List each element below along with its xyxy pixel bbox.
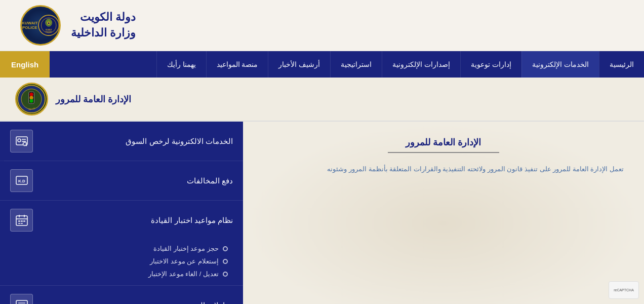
nav-item-archive[interactable]: أرشيف الأخبار [268, 51, 330, 78]
svg-rect-31 [21, 223, 23, 224]
traffic-dept-logo: المرور [15, 83, 48, 116]
calendar-icon-box [10, 209, 33, 232]
article-title: الإدارة العامة للمرور [263, 137, 624, 148]
nav-item-awareness[interactable]: إدارات توعوية [460, 51, 521, 78]
article-text: تعمل الإدارة العامة للمرور على تنفيذ قان… [279, 163, 624, 175]
kd-icon-box: K.D [10, 169, 33, 192]
sidebar-item-licenses[interactable]: الخدمات الالكترونية لرخص السوق [0, 122, 243, 161]
sub-item-modify-test[interactable]: تعديل / الغاء موعد الإختبار [10, 268, 233, 280]
sidebar-section-fines: دفع المخالفات K.D [0, 161, 243, 201]
nav-item-strategy[interactable]: استراتيجية [330, 51, 382, 78]
recaptcha-widget[interactable]: reCAPTCHA [609, 281, 639, 299]
svg-rect-32 [16, 300, 27, 305]
bullet-icon [223, 259, 228, 264]
license-icon [15, 134, 29, 148]
calendar-icon [15, 213, 29, 227]
nav-item-appointments[interactable]: منصة المواعيد [206, 51, 268, 78]
scroll-indicator [0, 137, 4, 167]
sidebar-item-transactions[interactable]: معاملات المرور [0, 286, 243, 304]
svg-text:KUWAIT: KUWAIT [46, 29, 52, 31]
svg-point-15 [18, 139, 21, 142]
title-line1: دولة الكويت [71, 10, 136, 25]
svg-text:POLICE: POLICE [46, 31, 52, 33]
driving-test-sub-items: حجز موعد إختبار القيادة إستعلام عن موعد … [0, 240, 243, 285]
sidebar-item-driving-test[interactable]: نظام مواعيد اختبار القيادة [0, 201, 243, 240]
nav-item-publications[interactable]: إصدارات الإلكترونية [382, 51, 460, 78]
svg-point-11 [29, 96, 33, 99]
nav-item-feedback[interactable]: يهمنا رأيك [156, 51, 206, 78]
sub-item-inquire-test[interactable]: إستعلام عن موعد الاختبار [10, 255, 233, 268]
title-line2: وزارة الداخلية [71, 25, 136, 41]
license-icon-box [10, 130, 33, 153]
sidebar-section-transactions: معاملات المرور [0, 286, 243, 304]
department-header: الإدارة العامة للمرور المرور [0, 78, 644, 122]
transactions-icon [15, 298, 29, 305]
bullet-icon [223, 272, 228, 277]
services-sidebar: الخدمات الالكترونية لرخص السوق [0, 122, 243, 304]
ministry-logo: KUWAIT POLICE [20, 5, 61, 46]
svg-point-10 [29, 92, 33, 96]
article-divider [388, 152, 499, 153]
svg-text:K.D: K.D [18, 179, 25, 183]
sidebar-item-fines[interactable]: دفع المخالفات K.D [0, 161, 243, 200]
english-button[interactable]: English [0, 51, 50, 78]
main-nav: الرئيسية الخدمات الإلكترونية إدارات توعو… [0, 51, 644, 78]
svg-point-4 [48, 22, 49, 24]
nav-item-eservices[interactable]: الخدمات الإلكترونية [521, 51, 599, 78]
sidebar-section-driving-test: نظام مواعيد اختبار القيادة [0, 201, 243, 286]
svg-rect-30 [18, 223, 20, 224]
svg-rect-27 [18, 220, 20, 222]
kd-icon: K.D [15, 174, 29, 188]
sidebar-section-licenses: الخدمات الالكترونية لرخص السوق [0, 122, 243, 161]
sub-item-book-test[interactable]: حجز موعد إختبار القيادة [10, 242, 233, 255]
bullet-icon [223, 246, 228, 251]
nav-items: الرئيسية الخدمات الإلكترونية إدارات توعو… [50, 51, 644, 78]
svg-point-12 [29, 99, 33, 102]
article-area: الإدارة العامة للمرور تعمل الإدارة العام… [243, 122, 644, 304]
site-title: دولة الكويت وزارة الداخلية [71, 10, 136, 41]
svg-rect-28 [21, 220, 23, 222]
site-header: دولة الكويت وزارة الداخلية KUWAIT POLICE [0, 0, 644, 51]
transactions-icon-box [10, 294, 33, 304]
nav-item-home[interactable]: الرئيسية [599, 51, 644, 78]
department-title: الإدارة العامة للمرور [56, 94, 131, 105]
svg-rect-29 [23, 220, 25, 222]
main-content: الإدارة العامة للمرور تعمل الإدارة العام… [0, 122, 644, 304]
